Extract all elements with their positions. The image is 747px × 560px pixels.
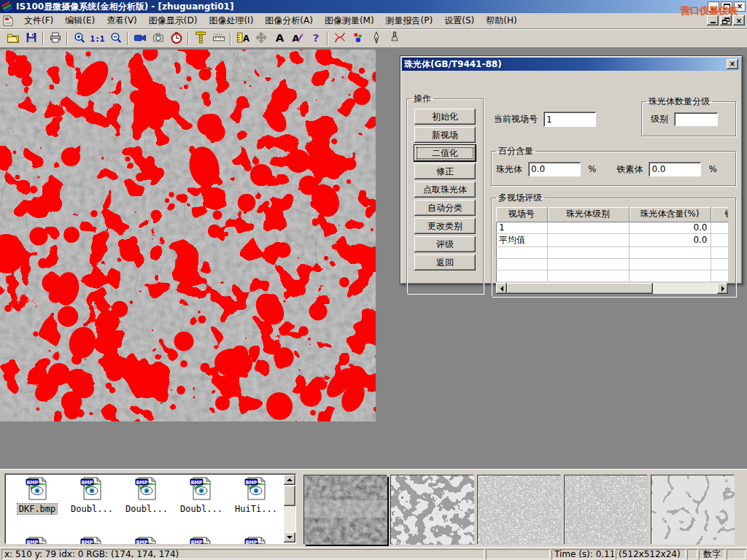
file-item-row2-0[interactable]: BMP	[10, 536, 64, 544]
op-button-6[interactable]: 更改类别	[414, 218, 476, 234]
menu-item-3[interactable]: 图像显示(D)	[143, 13, 204, 28]
table-cell	[496, 246, 547, 258]
svg-text:BMP: BMP	[136, 540, 147, 545]
svg-text:BMP: BMP	[26, 480, 38, 486]
svg-text:A: A	[292, 33, 299, 44]
dialog-title-bar[interactable]: 珠光体(GB/T9441-88) ×	[402, 58, 740, 71]
caliper-icon	[194, 31, 207, 46]
thumbnail-2[interactable]	[477, 475, 560, 544]
menu-item-8[interactable]: 设置(S)	[438, 13, 480, 28]
table-row-2[interactable]	[496, 246, 728, 258]
toolbar-zoom-out-button[interactable]	[107, 31, 125, 47]
dialog-body: 操作 初始化新视场二值化修正点取珠光体自动分类更改类别评级返回 当前视场号 珠光…	[400, 72, 742, 284]
rating-table[interactable]: 视场号珠光体级别珠光体含量(%)铁素体含量(%)10.0平均值0.0	[496, 207, 728, 281]
dialog-close-button[interactable]: ×	[727, 59, 738, 69]
toolbar-timer-button[interactable]	[167, 31, 185, 47]
toolbar-print-button[interactable]	[46, 31, 64, 47]
table-cell	[547, 258, 629, 270]
file-item-row2-1[interactable]: BMP	[65, 536, 119, 544]
save-icon	[25, 31, 38, 46]
op-button-8[interactable]: 返回	[414, 254, 476, 271]
hscroll-left-button[interactable]	[496, 283, 507, 294]
menu-bar-items: 文件(F)编辑(E)查看(V)图像显示(D)图像处理(I)图像分析(A)图像测量…	[18, 13, 523, 28]
menu-item-7[interactable]: 测量报告(P)	[380, 13, 439, 28]
document-icon[interactable]	[2, 15, 14, 26]
vscroll-up-button[interactable]	[284, 475, 295, 485]
toolbar-particles-button[interactable]	[349, 31, 367, 47]
file-name: DKF.bmp	[18, 504, 58, 514]
table-col-2: 珠光体含量(%)	[629, 207, 711, 222]
toolbar-text-button[interactable]: A	[270, 31, 288, 47]
thumbnail-3[interactable]	[564, 475, 647, 544]
toolbar-open-button[interactable]	[4, 31, 22, 47]
pearlite-percent-input[interactable]	[528, 162, 581, 176]
file-item-0[interactable]: BMP DKF.bmp	[10, 476, 64, 514]
toolbar-separator	[230, 32, 231, 45]
table-cell: 0.0	[629, 222, 711, 233]
grade-group: 珠光体数量分级 级别	[641, 96, 736, 136]
bmp-file-icon: BMP	[189, 493, 214, 503]
toolbar-pen-button[interactable]	[367, 31, 385, 47]
op-button-4[interactable]: 点取珠光体	[414, 182, 476, 198]
menu-item-1[interactable]: 编辑(E)	[59, 13, 101, 28]
op-button-1[interactable]: 新视场	[414, 127, 476, 143]
ferrite-percent-input[interactable]	[649, 162, 701, 176]
toolbar-text-edit-button[interactable]: A	[288, 31, 306, 47]
table-cell	[547, 270, 629, 281]
toolbar-help-button[interactable]: ?	[306, 31, 325, 47]
file-item-row2-2[interactable]: BMP	[120, 536, 174, 544]
file-vscrollbar[interactable]	[284, 475, 295, 542]
analysis-image[interactable]	[0, 50, 376, 421]
vscroll-thumb[interactable]	[284, 486, 295, 506]
table-row-4[interactable]	[496, 270, 728, 281]
grade-level-input[interactable]	[674, 112, 718, 126]
toolbar-camera-button[interactable]	[149, 31, 167, 47]
curve-icon	[333, 31, 347, 46]
toolbar-caliper-button[interactable]	[191, 31, 209, 47]
toolbar-zoom-in-button[interactable]	[70, 31, 88, 47]
toolbar-measure-text-button[interactable]: A	[233, 31, 252, 47]
bmp-file-icon: BMP	[244, 493, 268, 503]
operation-group: 操作 初始化新视场二值化修正点取珠光体自动分类更改类别评级返回	[406, 93, 484, 294]
menu-item-2[interactable]: 查看(V)	[101, 13, 143, 28]
op-button-7[interactable]: 评级	[414, 236, 476, 252]
toolbar-one-to-one-button[interactable]: 1:1	[88, 31, 107, 47]
toolbar-brush-button[interactable]	[385, 31, 403, 47]
file-browser[interactable]: BMP DKF.bmp BMP Doubl... BMP Doubl... BM…	[4, 473, 296, 544]
op-button-5[interactable]: 自动分类	[414, 200, 476, 216]
op-button-0[interactable]: 初始化	[414, 109, 476, 125]
menu-item-0[interactable]: 文件(F)	[18, 13, 59, 28]
vscroll-down-button[interactable]	[284, 532, 295, 542]
toolbar-move-button[interactable]	[252, 31, 270, 47]
menu-item-4[interactable]: 图像处理(I)	[203, 13, 259, 28]
table-hscrollbar[interactable]	[496, 283, 728, 294]
current-field-input[interactable]	[543, 112, 596, 127]
table-row-3[interactable]	[496, 258, 728, 270]
file-item-4[interactable]: BMP HuiTi...	[229, 476, 283, 514]
window-title: IS100显微摄像系统(金相分析版) - [zhuguangti01]	[16, 1, 233, 13]
file-item-2[interactable]: BMP Doubl...	[120, 476, 174, 514]
toolbar-curve-button[interactable]	[330, 31, 349, 47]
hscroll-right-button[interactable]	[717, 283, 728, 294]
toolbar-video-camera-button[interactable]	[131, 31, 149, 47]
menu-item-9[interactable]: 帮助(H)	[480, 13, 522, 28]
file-item-row2-4[interactable]: BMP	[229, 536, 283, 544]
thumbnail-0[interactable]	[303, 475, 387, 544]
toolbar-save-button[interactable]	[22, 31, 40, 47]
menu-item-5[interactable]: 图像分析(A)	[259, 13, 319, 28]
file-item-1[interactable]: BMP Doubl...	[65, 476, 119, 514]
file-item-3[interactable]: BMP Doubl...	[174, 476, 228, 514]
thumbnail-4[interactable]	[651, 475, 734, 544]
hscroll-thumb[interactable]	[507, 283, 653, 294]
table-row-1[interactable]: 平均值0.0	[496, 233, 728, 246]
thumbnail-1[interactable]	[390, 475, 473, 544]
menu-item-6[interactable]: 图像测量(M)	[319, 13, 380, 28]
toolbar-separator	[66, 32, 68, 45]
move-icon	[255, 31, 268, 46]
op-button-3[interactable]: 修正	[414, 163, 476, 179]
close-icon: ×	[737, 3, 743, 10]
op-button-2[interactable]: 二值化	[414, 145, 476, 161]
toolbar-ruler-button[interactable]	[209, 31, 228, 47]
table-row-0[interactable]: 10.0	[496, 222, 728, 233]
file-item-row2-3[interactable]: BMP	[174, 536, 228, 544]
